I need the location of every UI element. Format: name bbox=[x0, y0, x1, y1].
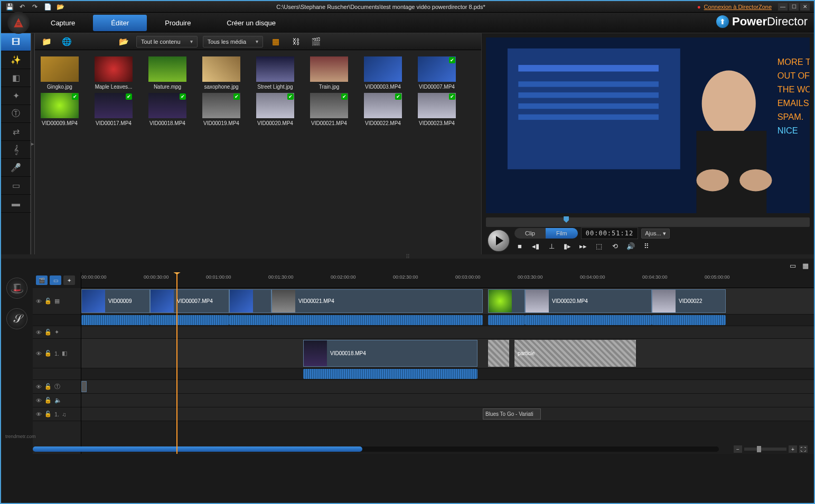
eye-icon[interactable]: 👁 bbox=[36, 411, 42, 417]
fast-forward-button[interactable]: ▸▸ bbox=[578, 241, 588, 251]
quality-button[interactable]: ⠿ bbox=[641, 241, 652, 251]
preview-scrubber[interactable] bbox=[486, 217, 810, 227]
directorzone-link[interactable]: Connexion à DirectorZone bbox=[704, 4, 772, 10]
media-thumb[interactable]: Maple Leaves... bbox=[93, 56, 134, 90]
download-media-button[interactable]: 🌐 bbox=[59, 35, 74, 48]
timeline-view-button[interactable]: ▭ bbox=[788, 261, 798, 270]
track-voice[interactable] bbox=[81, 394, 814, 407]
lock-icon[interactable]: 🔓 bbox=[44, 397, 52, 404]
close-button[interactable]: ✕ bbox=[800, 3, 810, 11]
audio-clip[interactable] bbox=[303, 369, 477, 379]
save-icon[interactable]: 💾 bbox=[5, 3, 14, 11]
zoom-in-button[interactable]: + bbox=[789, 445, 797, 453]
media-thumb[interactable]: Street Light.jpg bbox=[255, 56, 296, 90]
track-fx[interactable] bbox=[81, 326, 814, 339]
audio-clip[interactable] bbox=[229, 315, 271, 325]
room-collapse-handle[interactable]: ▸ bbox=[31, 33, 35, 254]
track-video1[interactable]: VID00009VID00007.MP4VID00021.MP4VID00020… bbox=[81, 288, 814, 315]
media-thumb[interactable]: VID00009.MP4 bbox=[39, 93, 80, 126]
scrollbar-thumb[interactable] bbox=[33, 446, 362, 452]
eye-icon[interactable]: 👁 bbox=[36, 384, 42, 390]
media-thumb[interactable]: VID00003.MP4 bbox=[362, 56, 404, 90]
music-clip[interactable]: Blues To Go - Variati bbox=[483, 408, 541, 420]
volume-button[interactable]: 🔊 bbox=[625, 241, 636, 251]
room-voice[interactable]: 🎤 bbox=[1, 159, 31, 177]
pip-clip[interactable]: VID00018.MP4 bbox=[303, 340, 477, 367]
preview-mode-toggle[interactable]: Clip Film bbox=[514, 228, 578, 239]
media-thumb[interactable]: Train.jpg bbox=[308, 56, 350, 90]
storyboard-view-button[interactable]: ▦ bbox=[800, 261, 811, 270]
media-thumb[interactable]: Nature.mpg bbox=[147, 56, 188, 90]
room-pip[interactable]: ◧ bbox=[1, 69, 31, 87]
room-audio-mix[interactable]: 𝄞 bbox=[1, 141, 31, 159]
track-view-thumb-button[interactable]: ▭ bbox=[50, 275, 61, 285]
menu-edit[interactable]: Éditer bbox=[93, 15, 147, 31]
preview-viewport[interactable]: MORE TH OUT OF THE WOR EMAILS SPAM. NICE bbox=[486, 37, 810, 213]
menu-create-disc[interactable]: Créer un disque bbox=[209, 15, 294, 31]
snapshot-button[interactable]: ⬚ bbox=[594, 241, 604, 251]
media-thumb[interactable]: Gingko.jpg bbox=[39, 56, 80, 90]
menu-produce[interactable]: Produire bbox=[147, 15, 209, 31]
track-music[interactable]: Blues To Go - Variati bbox=[81, 407, 814, 421]
eye-icon[interactable]: 👁 bbox=[36, 298, 42, 305]
room-particle[interactable]: ✦ bbox=[1, 87, 31, 105]
track-header-music[interactable]: 👁🔓1.♫ bbox=[33, 407, 81, 421]
media-thumb[interactable]: VID00018.MP4 bbox=[147, 93, 188, 126]
magic-tools-button[interactable]: 🎩 bbox=[6, 278, 27, 299]
prev-frame-button[interactable]: ◂▮ bbox=[530, 241, 541, 251]
video-clip[interactable] bbox=[229, 289, 271, 313]
minimize-button[interactable]: — bbox=[778, 3, 788, 11]
media-thumb[interactable]: VID00007.MP4 bbox=[416, 56, 457, 90]
media-thumb[interactable]: VID00020.MP4 bbox=[255, 93, 296, 126]
track-audio2[interactable] bbox=[81, 368, 814, 380]
timecode-display[interactable]: 00:00:51:12 bbox=[581, 227, 638, 239]
scrubber-handle[interactable] bbox=[564, 216, 569, 223]
room-chapter[interactable]: ▭ bbox=[1, 177, 31, 195]
audio-clip[interactable] bbox=[81, 315, 150, 325]
track-header-audio1[interactable] bbox=[33, 315, 81, 326]
zoom-slider-handle[interactable] bbox=[757, 446, 761, 452]
track-header-fx[interactable]: 👁🔓✦ bbox=[33, 326, 81, 339]
library-menu-button[interactable]: 🎬 bbox=[308, 35, 323, 48]
lock-icon[interactable]: 🔓 bbox=[44, 298, 52, 305]
eye-icon[interactable]: 👁 bbox=[36, 329, 42, 336]
audio-clip[interactable] bbox=[525, 315, 652, 325]
detect-scenes-button[interactable]: ⛓ bbox=[288, 35, 303, 48]
media-thumb[interactable]: saxophone.jpg bbox=[201, 56, 242, 90]
horizontal-splitter[interactable]: ⠿ bbox=[1, 254, 814, 259]
track-title[interactable] bbox=[81, 380, 814, 394]
particle-clip[interactable]: particle bbox=[514, 340, 636, 367]
playhead[interactable] bbox=[176, 272, 177, 454]
media-thumb[interactable]: VID00019.MP4 bbox=[201, 93, 242, 126]
media-thumb[interactable]: VID00023.MP4 bbox=[416, 93, 457, 126]
magic-style-button[interactable]: 𝒮 bbox=[6, 308, 27, 329]
video-clip[interactable]: VID00020.MP4 bbox=[525, 289, 652, 313]
track-header-video1[interactable]: 👁🔓▦ bbox=[33, 288, 81, 315]
timeline-body[interactable]: 00:00:00:0000:00:30:0000:01:00:0000:01:3… bbox=[81, 272, 814, 454]
media-thumb[interactable]: VID00021.MP4 bbox=[308, 93, 350, 126]
step-button[interactable]: ⊥ bbox=[546, 241, 557, 251]
media-type-select[interactable]: Tous les média bbox=[203, 36, 263, 47]
media-thumb[interactable]: VID00022.MP4 bbox=[362, 93, 404, 126]
redo-icon[interactable]: ↷ bbox=[31, 3, 39, 11]
mode-clip[interactable]: Clip bbox=[514, 228, 546, 239]
room-effects[interactable]: ✨ bbox=[1, 51, 31, 69]
eye-icon[interactable]: 👁 bbox=[36, 397, 42, 404]
eye-icon[interactable]: 👁 bbox=[36, 350, 42, 357]
particle-clip[interactable] bbox=[488, 340, 509, 367]
lock-icon[interactable]: 🔓 bbox=[44, 411, 52, 417]
room-title[interactable]: Ⓣ bbox=[1, 105, 31, 123]
lock-icon[interactable]: 🔓 bbox=[44, 329, 52, 336]
audio-clip[interactable] bbox=[488, 315, 525, 325]
track-view-movie-button[interactable]: 🎬 bbox=[36, 275, 48, 285]
room-media[interactable]: 🎞 bbox=[1, 33, 31, 51]
video-clip[interactable]: VID00007.MP4 bbox=[150, 289, 229, 313]
title-clip[interactable] bbox=[81, 381, 87, 392]
stop-button[interactable]: ■ bbox=[514, 241, 525, 251]
content-filter-select[interactable]: Tout le contenu bbox=[136, 36, 198, 47]
play-button[interactable] bbox=[487, 229, 510, 252]
zoom-out-button[interactable]: − bbox=[734, 445, 742, 453]
media-thumb[interactable]: VID00017.MP4 bbox=[93, 93, 134, 126]
open-icon[interactable]: 📂 bbox=[56, 3, 64, 11]
audio-clip[interactable] bbox=[652, 315, 726, 325]
